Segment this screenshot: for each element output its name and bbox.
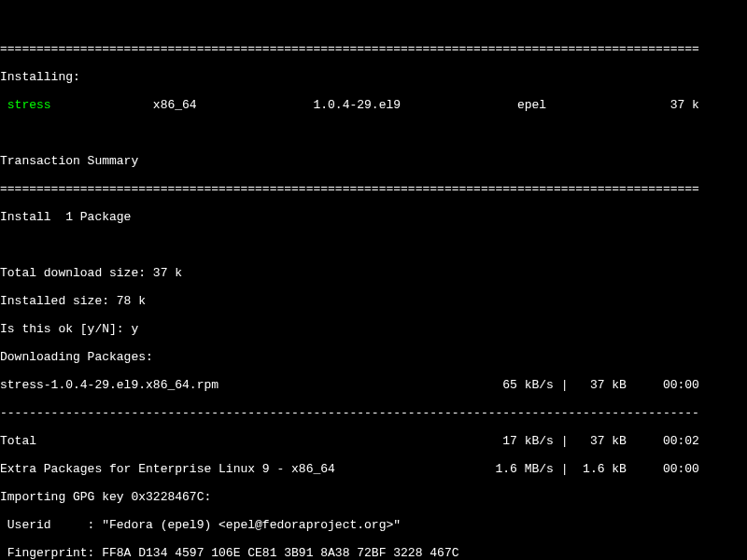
confirm-prompt[interactable]: Is this ok [y/N]: y xyxy=(0,322,747,336)
transaction-summary: Transaction Summary xyxy=(0,154,747,168)
installing-header: Installing: xyxy=(0,70,747,84)
package-rest: x86_64 1.0.4-29.el9 epel 37 k xyxy=(51,98,699,112)
package-row: stress x86_64 1.0.4-29.el9 epel 37 k xyxy=(0,98,747,112)
download-size: Total download size: 37 k xyxy=(0,266,747,280)
blank xyxy=(0,126,747,140)
installed-size: Installed size: 78 k xyxy=(0,294,747,308)
blank xyxy=(0,238,747,252)
total-line: Total 17 kB/s | 37 kB 00:02 xyxy=(0,434,747,448)
download-progress: stress-1.0.4-29.el9.x86_64.rpm 65 kB/s |… xyxy=(0,378,747,392)
gpg-fingerprint: Fingerprint: FF8A D134 4597 106E CE81 3B… xyxy=(0,546,747,560)
downloading-header: Downloading Packages: xyxy=(0,350,747,364)
dashline: ----------------------------------------… xyxy=(0,406,747,420)
divider-summary: ========================================… xyxy=(0,182,747,196)
install-count: Install 1 Package xyxy=(0,210,747,224)
importing-key: Importing GPG key 0x3228467C: xyxy=(0,490,747,504)
package-name: stress xyxy=(0,98,51,112)
divider-top: ========================================… xyxy=(0,42,747,56)
gpg-userid: Userid : "Fedora (epel9) <epel@fedorapro… xyxy=(0,518,747,532)
epel-line: Extra Packages for Enterprise Linux 9 - … xyxy=(0,462,747,476)
